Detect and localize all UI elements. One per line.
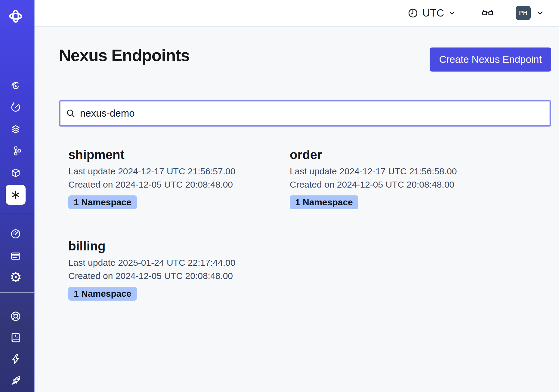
create-nexus-endpoint-button[interactable]: Create Nexus Endpoint xyxy=(430,47,551,72)
endpoint-card-order[interactable]: order Last update 2024-12-17 UTC 21:56:5… xyxy=(280,139,502,217)
spiral-icon xyxy=(10,80,22,92)
namespace-badge: 1 Namespace xyxy=(290,195,358,209)
sidebar-item-batch-operations[interactable] xyxy=(6,120,25,139)
endpoint-card-billing[interactable]: billing Last update 2025-01-24 UTC 22:17… xyxy=(59,231,280,308)
layers-icon xyxy=(10,123,22,135)
sidebar-item-relationships[interactable] xyxy=(6,141,25,161)
avatar: PH xyxy=(516,6,531,20)
endpoint-card-shipment[interactable]: shipment Last update 2024-12-17 UTC 21:5… xyxy=(59,139,280,217)
cube-icon xyxy=(10,167,22,179)
sidebar-item-usage[interactable] xyxy=(6,224,25,243)
endpoint-name: billing xyxy=(68,239,274,254)
temporal-logo-icon xyxy=(7,8,24,25)
endpoint-created-on: Created on 2024-12-05 UTC 20:08:48.00 xyxy=(68,269,274,283)
lightning-icon xyxy=(10,353,22,365)
gear-icon: ⚙ xyxy=(9,270,22,284)
endpoint-last-update: Last update 2025-01-24 UTC 22:17:44.00 xyxy=(68,256,274,269)
main-content: Nexus Endpoints Create Nexus Endpoint sh… xyxy=(35,26,559,392)
search-input[interactable] xyxy=(80,108,545,119)
chevron-down-icon xyxy=(536,8,545,17)
avatar-initials: PH xyxy=(519,10,527,16)
sidebar-item-billing[interactable] xyxy=(6,247,25,266)
sidebar-item-workflows[interactable] xyxy=(6,77,25,96)
top-bar: UTC PH xyxy=(35,0,559,26)
namespace-badge: 1 Namespace xyxy=(68,195,137,209)
endpoint-created-on: Created on 2024-12-05 UTC 20:08:48.00 xyxy=(68,178,274,191)
asterisk-icon xyxy=(10,189,21,201)
endpoint-name: shipment xyxy=(68,147,274,162)
endpoint-name: order xyxy=(290,147,496,162)
clock-icon xyxy=(407,8,418,19)
timezone-label: UTC xyxy=(422,7,444,19)
sidebar-item-schedules[interactable] xyxy=(6,98,25,117)
sidebar-item-support[interactable] xyxy=(6,307,25,326)
user-menu[interactable]: PH xyxy=(516,6,545,20)
namespace-badge: 1 Namespace xyxy=(68,287,137,301)
rocket-icon xyxy=(10,375,22,387)
endpoint-last-update: Last update 2024-12-17 UTC 21:56:58.00 xyxy=(290,165,496,178)
sidebar-item-deployments[interactable] xyxy=(6,163,25,182)
chevron-down-icon xyxy=(448,9,456,17)
sidebar-divider xyxy=(0,214,34,214)
endpoint-last-update: Last update 2024-12-17 UTC 21:56:57.00 xyxy=(68,165,274,178)
gauge-icon xyxy=(10,228,22,240)
timer-icon xyxy=(10,101,22,113)
life-ring-icon xyxy=(10,310,22,322)
sidebar-item-feedback[interactable] xyxy=(6,350,25,369)
book-sparkles-icon xyxy=(10,332,22,344)
app-window: ⚙ xyxy=(0,0,559,392)
sidebar-item-getting-started[interactable] xyxy=(6,371,25,390)
sidebar-item-nexus[interactable] xyxy=(6,185,26,205)
sidebar-divider xyxy=(0,292,34,293)
sidebar-item-settings[interactable]: ⚙ xyxy=(6,268,25,287)
temporal-logo[interactable] xyxy=(7,8,24,25)
page-title: Nexus Endpoints xyxy=(59,46,190,65)
endpoint-created-on: Created on 2024-12-05 UTC 20:08:48.00 xyxy=(290,178,496,191)
endpoint-list: shipment Last update 2024-12-17 UTC 21:5… xyxy=(59,139,502,308)
search-box xyxy=(59,100,551,127)
glasses-icon xyxy=(481,7,494,19)
sidebar-item-docs[interactable] xyxy=(6,328,25,347)
search-icon xyxy=(66,108,76,118)
credit-card-icon xyxy=(10,250,22,262)
read-only-mode-button[interactable] xyxy=(481,7,494,19)
timezone-selector[interactable]: UTC xyxy=(407,7,456,19)
sidebar: ⚙ xyxy=(0,0,35,392)
top-bar-controls: UTC PH xyxy=(407,0,545,26)
network-icon xyxy=(10,145,22,157)
